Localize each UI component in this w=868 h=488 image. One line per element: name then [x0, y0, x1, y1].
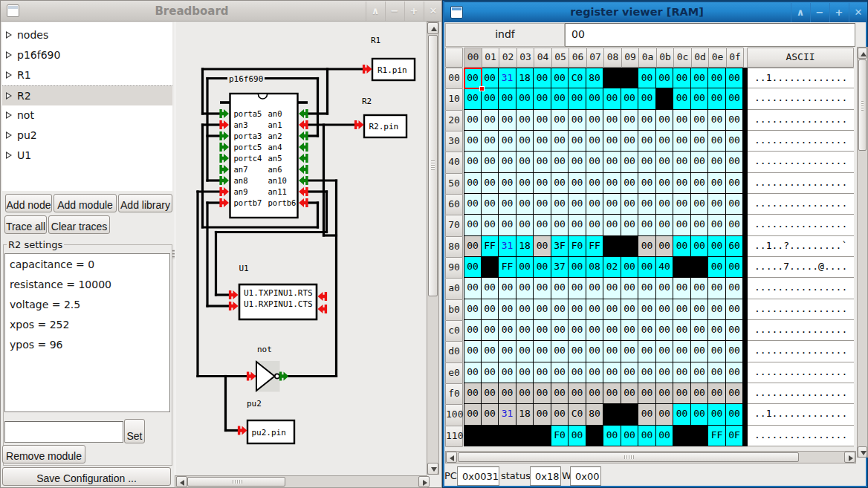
cell-110-0c[interactable]: [673, 426, 691, 446]
cell-d0-09[interactable]: 00: [621, 341, 638, 362]
cell-30-0d[interactable]: 00: [691, 131, 708, 152]
shade-button[interactable]: ∧: [791, 3, 809, 22]
cell-70-00[interactable]: 00: [464, 215, 482, 236]
cell-a0-0f[interactable]: 00: [726, 278, 743, 299]
cell-d0-08[interactable]: 00: [603, 341, 621, 362]
cell-30-06[interactable]: 00: [569, 131, 586, 152]
cell-60-02[interactable]: 00: [499, 194, 516, 215]
row-header-00[interactable]: 00: [445, 68, 463, 89]
cell-110-03[interactable]: [516, 426, 534, 446]
ascii-90[interactable]: .....7.....@....: [748, 257, 854, 278]
cell-d0-06[interactable]: 00: [569, 341, 586, 362]
tree-item-R1[interactable]: R1: [2, 65, 172, 85]
cell-80-05[interactable]: 3F: [551, 236, 569, 257]
cell-b0-07[interactable]: 00: [586, 299, 603, 320]
cell-a0-04[interactable]: 00: [534, 278, 551, 299]
cell-d0-05[interactable]: 00: [551, 341, 569, 362]
cell-70-05[interactable]: 00: [551, 215, 569, 236]
cell-e0-02[interactable]: 00: [499, 362, 516, 383]
cell-b0-01[interactable]: 00: [482, 299, 499, 320]
scroll-up-button[interactable]: [427, 22, 438, 34]
cell-10-00[interactable]: 00: [464, 88, 482, 110]
cell-20-08[interactable]: 00: [603, 110, 621, 131]
cell-60-07[interactable]: 00: [586, 194, 603, 215]
cell-00-0a[interactable]: 00: [638, 68, 656, 88]
cell-90-08[interactable]: 02: [603, 257, 621, 278]
ascii-60[interactable]: ................: [748, 194, 854, 215]
cell-00-03[interactable]: 18: [516, 68, 534, 88]
cell-90-07[interactable]: 08: [586, 257, 603, 278]
cell-00-04[interactable]: 00: [534, 68, 551, 88]
row-header-b0[interactable]: b0: [445, 299, 463, 321]
cell-00-0f[interactable]: 00: [726, 68, 743, 88]
cell-c0-0d[interactable]: 00: [691, 320, 708, 341]
cell-90-0e[interactable]: 00: [708, 257, 726, 278]
close-button[interactable]: ✕: [424, 1, 442, 21]
cell-a0-08[interactable]: 00: [603, 278, 621, 299]
cell-40-02[interactable]: 00: [499, 152, 516, 173]
cell-30-0e[interactable]: 00: [708, 131, 726, 152]
add-node-button[interactable]: Add node: [5, 194, 52, 212]
cell-110-00[interactable]: [464, 426, 482, 446]
cell-20-0b[interactable]: 00: [656, 110, 673, 131]
cell-f0-07[interactable]: 00: [586, 383, 603, 404]
cell-d0-03[interactable]: 00: [516, 341, 534, 362]
sheet-vscrollbar[interactable]: [857, 47, 868, 458]
ascii-70[interactable]: ................: [748, 215, 854, 236]
pc-value[interactable]: 0x0031: [457, 466, 499, 486]
cell-40-08[interactable]: 00: [603, 152, 621, 173]
cell-110-0e[interactable]: FF: [708, 426, 726, 446]
selected-register-value[interactable]: 00: [565, 23, 855, 47]
cell-110-04[interactable]: [534, 426, 551, 446]
scroll-down-button[interactable]: [427, 463, 438, 475]
row-header-a0[interactable]: a0: [445, 278, 463, 300]
cell-20-05[interactable]: 00: [551, 110, 569, 131]
cell-50-08[interactable]: 00: [603, 173, 621, 194]
cell-40-03[interactable]: 00: [516, 152, 534, 173]
cell-60-0a[interactable]: 00: [638, 194, 656, 215]
cell-b0-06[interactable]: 00: [569, 299, 586, 320]
cell-40-07[interactable]: 00: [586, 152, 603, 173]
cell-e0-07[interactable]: 00: [586, 362, 603, 383]
ascii-30[interactable]: ................: [748, 131, 854, 152]
cell-80-08[interactable]: [603, 236, 621, 257]
cell-60-0f[interactable]: 00: [726, 194, 743, 215]
attribute-item[interactable]: xpos = 252: [10, 316, 166, 336]
cell-e0-06[interactable]: 00: [569, 362, 586, 383]
column-header-04[interactable]: 04: [534, 48, 552, 68]
cell-30-03[interactable]: 00: [516, 131, 534, 152]
cell-00-07[interactable]: 80: [586, 68, 603, 88]
column-header-0d[interactable]: 0d: [691, 48, 709, 68]
cell-00-0b[interactable]: 00: [656, 68, 673, 88]
cell-10-08[interactable]: 00: [603, 88, 621, 110]
expander-icon[interactable]: [6, 31, 12, 39]
ascii-d0[interactable]: ................: [748, 341, 854, 362]
expander-icon[interactable]: [6, 152, 12, 159]
attribute-value-input[interactable]: [4, 421, 123, 443]
cell-e0-00[interactable]: 00: [464, 362, 482, 383]
cell-e0-04[interactable]: 00: [534, 362, 551, 383]
cell-100-02[interactable]: 31: [499, 404, 516, 426]
cell-c0-03[interactable]: 00: [516, 320, 534, 341]
column-header-06[interactable]: 06: [569, 48, 587, 68]
cell-c0-07[interactable]: 00: [586, 320, 603, 341]
cell-80-0b[interactable]: 00: [656, 236, 673, 257]
cell-50-01[interactable]: 00: [482, 173, 499, 194]
clear-traces-button[interactable]: Clear traces: [48, 215, 110, 234]
cell-60-04[interactable]: 00: [534, 194, 551, 215]
cell-20-0a[interactable]: 00: [638, 110, 656, 131]
cell-e0-05[interactable]: 00: [551, 362, 569, 383]
cell-70-0c[interactable]: 00: [673, 215, 691, 236]
row-header-60[interactable]: 60: [445, 194, 463, 215]
cell-90-06[interactable]: 00: [569, 257, 586, 278]
cell-80-06[interactable]: F0: [569, 236, 586, 257]
cell-c0-0a[interactable]: 00: [638, 320, 656, 341]
cell-20-0f[interactable]: 00: [726, 110, 743, 131]
cell-90-04[interactable]: 00: [534, 257, 551, 278]
cell-d0-0c[interactable]: 00: [673, 341, 691, 362]
cell-a0-00[interactable]: 00: [464, 278, 482, 299]
cell-70-0f[interactable]: 00: [726, 215, 743, 236]
cell-e0-0e[interactable]: 00: [708, 362, 726, 383]
cell-b0-0c[interactable]: 00: [673, 299, 691, 320]
cell-70-02[interactable]: 00: [499, 215, 516, 236]
